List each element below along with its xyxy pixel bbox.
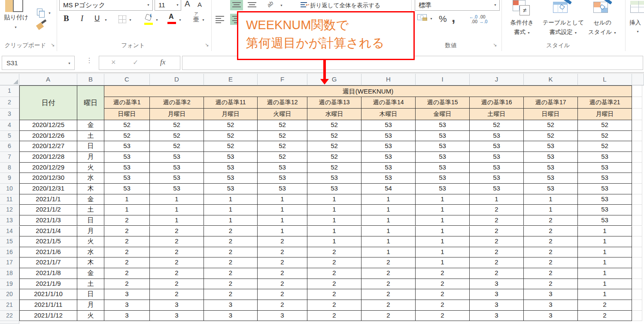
header-weekday[interactable]: 曜日: [77, 85, 104, 120]
cell-weeknum[interactable]: 53: [204, 163, 258, 173]
cell-date[interactable]: 2021/1/9: [19, 279, 77, 290]
cell-weeknum[interactable]: 52: [258, 120, 307, 131]
font-name-select[interactable]: MS Pゴシック ▼: [59, 0, 153, 11]
cell-weeknum[interactable]: 52: [204, 120, 258, 131]
cell-weekday[interactable]: 日: [77, 215, 104, 226]
header-date[interactable]: 日付: [19, 85, 77, 120]
cell-date[interactable]: 2020/12/26: [19, 131, 77, 142]
decrease-decimal-button[interactable]: .00 →.0: [479, 15, 494, 26]
cell-weeknum[interactable]: 53: [578, 163, 632, 173]
cell-weeknum[interactable]: 2: [150, 247, 204, 258]
insert-cells-icon[interactable]: [630, 1, 644, 14]
header-basis[interactable]: 週の基準1: [104, 97, 150, 109]
format-painter-icon[interactable]: [36, 21, 47, 32]
header-week-start[interactable]: 月曜日: [578, 109, 632, 120]
header-basis[interactable]: 週の基準2: [150, 97, 204, 109]
cell-weeknum[interactable]: 53: [104, 173, 150, 184]
header-group-title[interactable]: 週目(WEEKNUM): [104, 85, 632, 97]
cell-weeknum[interactable]: 2: [416, 300, 470, 311]
cell-weeknum[interactable]: 3: [470, 311, 524, 321]
cell-weeknum[interactable]: 2: [104, 279, 150, 290]
cell-weeknum[interactable]: 53: [416, 120, 470, 131]
cell-date[interactable]: 2021/1/6: [19, 247, 77, 258]
cell-weeknum[interactable]: 1: [258, 205, 307, 215]
cell-weeknum[interactable]: 53: [150, 152, 204, 163]
cell-date[interactable]: 2020/12/25: [19, 120, 77, 131]
currency-icon[interactable]: [417, 14, 428, 22]
cell-weeknum[interactable]: 2: [204, 226, 258, 237]
enter-button[interactable]: ✓: [133, 58, 138, 67]
cell-weeknum[interactable]: 52: [150, 120, 204, 131]
cell-weekday[interactable]: 金: [77, 120, 104, 131]
cell-weeknum[interactable]: 52: [258, 131, 307, 142]
cell-weeknum[interactable]: 1: [150, 194, 204, 205]
cell-weeknum[interactable]: 52: [578, 131, 632, 142]
cell-weeknum[interactable]: 53: [307, 184, 361, 194]
cell-date[interactable]: 2021/1/3: [19, 215, 77, 226]
row-header-12[interactable]: 12: [0, 205, 19, 215]
cell-weeknum[interactable]: 52: [524, 131, 578, 142]
cell-weekday[interactable]: 金: [77, 268, 104, 279]
cell-weeknum[interactable]: 2: [150, 226, 204, 237]
cell-weeknum[interactable]: 1: [307, 215, 361, 226]
row-header-9[interactable]: 9: [0, 173, 19, 184]
cell-date[interactable]: 2020/12/30: [19, 173, 77, 184]
cell-weeknum[interactable]: 53: [104, 163, 150, 173]
cell-weeknum[interactable]: 2: [361, 300, 416, 311]
header-week-start[interactable]: 火曜日: [258, 109, 307, 120]
cell-weeknum[interactable]: 3: [470, 279, 524, 290]
header-week-start[interactable]: 日曜日: [524, 109, 578, 120]
cell-weeknum[interactable]: 53: [204, 173, 258, 184]
row-header-16[interactable]: 16: [0, 247, 19, 258]
bottom-align-button[interactable]: [246, 0, 258, 10]
row-header-17[interactable]: 17: [0, 257, 19, 268]
cell-weeknum[interactable]: 53: [104, 184, 150, 194]
cell-date[interactable]: 2021/1/12: [19, 311, 77, 321]
cell-weeknum[interactable]: 1: [578, 268, 632, 279]
cell-weeknum[interactable]: 2: [470, 247, 524, 258]
italic-button[interactable]: I: [81, 14, 83, 23]
column-header-L[interactable]: L: [578, 74, 632, 85]
cell-weeknum[interactable]: 52: [307, 141, 361, 152]
column-header-C[interactable]: C: [104, 74, 150, 85]
copy-dropdown-icon[interactable]: ▼: [48, 12, 51, 15]
wrap-text-button[interactable]: 折り返して全体を表示する: [310, 2, 380, 9]
cell-weekday[interactable]: 月: [77, 226, 104, 237]
cell-weeknum[interactable]: 52: [578, 120, 632, 131]
underline-dropdown-icon[interactable]: ▼: [104, 18, 107, 22]
insert-function-button[interactable]: fx: [160, 58, 165, 67]
borders-dropdown-icon[interactable]: ▼: [129, 18, 132, 22]
cell-weeknum[interactable]: 2: [470, 226, 524, 237]
cell-weeknum[interactable]: 2: [258, 268, 307, 279]
cell-weeknum[interactable]: 2: [524, 226, 578, 237]
cell-weeknum[interactable]: 2: [258, 236, 307, 247]
cell-weeknum[interactable]: 52: [307, 120, 361, 131]
name-box[interactable]: S31 ▼: [2, 56, 75, 70]
cell-weeknum[interactable]: 2: [258, 289, 307, 300]
row-header-8[interactable]: 8: [0, 163, 19, 173]
cell-weeknum[interactable]: 1: [416, 247, 470, 258]
select-all-corner[interactable]: [0, 74, 19, 85]
cell-weeknum[interactable]: 1: [361, 205, 416, 215]
cell-weeknum[interactable]: 3: [150, 300, 204, 311]
cell-weeknum[interactable]: 53: [258, 173, 307, 184]
cell-weeknum[interactable]: 2: [204, 289, 258, 300]
column-header-I[interactable]: I: [416, 74, 470, 85]
header-week-start[interactable]: 土曜日: [470, 109, 524, 120]
cell-weeknum[interactable]: 2: [578, 300, 632, 311]
cell-weeknum[interactable]: 53: [150, 163, 204, 173]
borders-icon[interactable]: [118, 15, 126, 23]
cell-weeknum[interactable]: 53: [416, 141, 470, 152]
cell-date[interactable]: 2021/1/1: [19, 194, 77, 205]
insert-cells-button[interactable]: 挿入: [629, 19, 644, 27]
row-header-6[interactable]: 6: [0, 141, 19, 152]
format-as-table-icon[interactable]: [553, 0, 573, 18]
cell-weeknum[interactable]: 1: [416, 194, 470, 205]
cell-weeknum[interactable]: 52: [150, 141, 204, 152]
cell-weeknum[interactable]: 54: [361, 184, 416, 194]
cell-weekday[interactable]: 火: [77, 163, 104, 173]
insert-dropdown-icon[interactable]: ▼: [636, 30, 639, 33]
phonetic-button[interactable]: ア 亜: [191, 12, 201, 26]
cell-weeknum[interactable]: 53: [578, 184, 632, 194]
cell-weeknum[interactable]: 2: [307, 300, 361, 311]
